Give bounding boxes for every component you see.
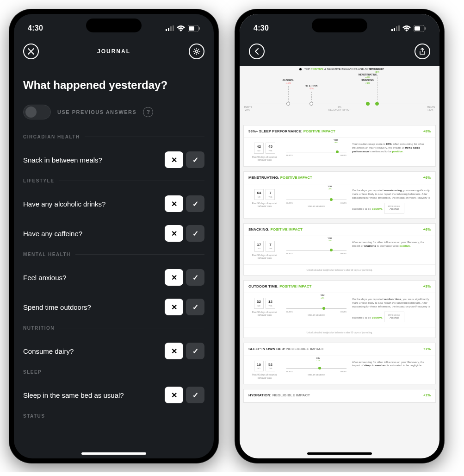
home-indicator[interactable] bbox=[81, 452, 146, 455]
question-text: Spend time outdoors? bbox=[23, 303, 91, 311]
chart-point-label: ALCOHOL-11% bbox=[283, 79, 294, 85]
question-row: Have any caffeine? ✕ ✓ bbox=[23, 219, 204, 248]
question-text: Have any caffeine? bbox=[23, 230, 82, 238]
answer-yes-button[interactable]: ✓ bbox=[186, 195, 204, 212]
phone-left: 4:30 JOURNAL What happened yesterday? bbox=[9, 9, 218, 463]
question-row: Sleep in the same bed as usual? ✕ ✓ bbox=[23, 380, 204, 410]
svg-rect-0 bbox=[166, 29, 167, 31]
header bbox=[240, 37, 439, 66]
answer-no-button[interactable]: ✕ bbox=[165, 343, 183, 359]
answer-no-button[interactable]: ✕ bbox=[165, 387, 183, 403]
chevron-left-icon bbox=[254, 48, 259, 55]
impact-card: SNACKING: POSITIVE IMPACT+6% 17NO 7YES P… bbox=[243, 223, 436, 276]
answer-yes-button[interactable]: ✓ bbox=[186, 151, 204, 168]
answer-no-button[interactable]: ✕ bbox=[165, 269, 183, 286]
status-time: 4:30 bbox=[28, 24, 43, 32]
chart-caption: TOP POSITIVE & NEGATIVE BEHAVIORS AND AC… bbox=[243, 68, 436, 71]
impact-card: HYDRATION: NEGLIGIBLE IMPACT+1% bbox=[243, 389, 436, 402]
svg-rect-13 bbox=[415, 26, 420, 31]
help-button[interactable]: ? bbox=[143, 107, 153, 117]
question-text: Have any alcoholic drinks? bbox=[23, 200, 105, 208]
section-label: MENTAL HEALTH bbox=[23, 252, 204, 257]
section-label: LIFESTYLE bbox=[23, 178, 204, 183]
status-time: 4:30 bbox=[254, 24, 269, 32]
impact-card: SLEEP IN OWN BED: NEGLIGIBLE IMPACT+1% 1… bbox=[243, 343, 436, 384]
question-row: Consume dairy? ✕ ✓ bbox=[23, 336, 204, 366]
answer-no-button[interactable]: ✕ bbox=[165, 225, 183, 242]
cellular-icon bbox=[391, 25, 400, 31]
impact-card: MENSTRUATING: POSITIVE IMPACT+6% 64NO 7Y… bbox=[243, 171, 436, 219]
impact-chart: ALCOHOL-11%9+ STRAIN-6%SNACKING+6%MENSTR… bbox=[246, 75, 433, 117]
section-label: SLEEP bbox=[23, 370, 204, 375]
cellular-icon bbox=[166, 25, 174, 31]
close-button[interactable] bbox=[23, 44, 39, 59]
section-label: CIRCADIAN HEALTH bbox=[23, 134, 204, 139]
question-row: Have any alcoholic drinks? ✕ ✓ bbox=[23, 189, 204, 219]
chart-point bbox=[286, 102, 290, 106]
share-button[interactable] bbox=[415, 44, 430, 59]
svg-rect-1 bbox=[168, 28, 169, 31]
toggle-label: USE PREVIOUS ANSWERS bbox=[57, 109, 136, 115]
wifi-icon bbox=[177, 25, 185, 31]
svg-point-7 bbox=[195, 50, 198, 53]
answer-no-button[interactable]: ✕ bbox=[165, 195, 183, 212]
header: JOURNAL bbox=[14, 37, 214, 66]
svg-rect-5 bbox=[189, 26, 194, 31]
impact-card: OUTDOOR TIME: POSITIVE IMPACT+3% 32NO 12… bbox=[243, 280, 436, 338]
chart-point-label: 96%+ SLEEP+8% bbox=[370, 68, 384, 74]
notch bbox=[312, 19, 367, 32]
chart-point-label: 9+ STRAIN-6% bbox=[306, 84, 318, 90]
home-indicator[interactable] bbox=[307, 452, 372, 455]
share-icon bbox=[419, 48, 426, 55]
wifi-icon bbox=[402, 25, 411, 31]
battery-icon bbox=[188, 25, 200, 31]
svg-rect-11 bbox=[398, 25, 400, 31]
header-title: JOURNAL bbox=[97, 48, 130, 55]
svg-rect-2 bbox=[170, 26, 172, 31]
section-label: STATUS bbox=[23, 413, 204, 419]
svg-rect-3 bbox=[173, 25, 174, 31]
question-text: Consume dairy? bbox=[23, 347, 74, 355]
question-row: Feel anxious? ✕ ✓ bbox=[23, 263, 204, 292]
previous-answers-toggle[interactable] bbox=[23, 105, 51, 119]
answer-yes-button[interactable]: ✓ bbox=[186, 269, 204, 286]
question-text: Sleep in the same bed as usual? bbox=[23, 391, 124, 399]
phone-right: 4:30 TOP POSITIVE & NEGATIVE BEHAVIORS A… bbox=[235, 9, 444, 463]
answer-no-button[interactable]: ✕ bbox=[165, 151, 183, 168]
chart-point bbox=[366, 102, 370, 106]
svg-rect-10 bbox=[396, 26, 397, 31]
close-icon bbox=[28, 48, 34, 55]
chart-point-label: MENSTRUATING+6% bbox=[359, 73, 377, 79]
chart-point bbox=[309, 102, 313, 106]
svg-rect-8 bbox=[391, 29, 393, 31]
main-question: What happened yesterday? bbox=[23, 79, 204, 92]
answer-yes-button[interactable]: ✓ bbox=[186, 299, 204, 315]
svg-rect-14 bbox=[425, 27, 426, 30]
impact-card: 96%+ SLEEP PERFORMANCE: POSITIVE IMPACT+… bbox=[243, 125, 436, 167]
svg-rect-6 bbox=[199, 27, 200, 30]
section-label: NUTRITION bbox=[23, 326, 204, 331]
answer-no-button[interactable]: ✕ bbox=[165, 299, 183, 315]
chart-point bbox=[375, 102, 379, 106]
answer-yes-button[interactable]: ✓ bbox=[186, 343, 204, 359]
settings-button[interactable] bbox=[189, 44, 204, 59]
question-row: Spend time outdoors? ✕ ✓ bbox=[23, 292, 204, 322]
question-row: Snack in between meals? ✕ ✓ bbox=[23, 145, 204, 175]
battery-icon bbox=[414, 25, 426, 31]
svg-rect-9 bbox=[394, 28, 395, 31]
analytics-content: TOP POSITIVE & NEGATIVE BEHAVIORS AND AC… bbox=[240, 66, 439, 458]
question-text: Snack in between meals? bbox=[23, 156, 102, 164]
answer-yes-button[interactable]: ✓ bbox=[186, 225, 204, 242]
notch bbox=[86, 19, 142, 32]
back-button[interactable] bbox=[249, 44, 265, 59]
gear-icon bbox=[193, 48, 200, 55]
question-text: Feel anxious? bbox=[23, 274, 66, 282]
answer-yes-button[interactable]: ✓ bbox=[186, 387, 204, 403]
